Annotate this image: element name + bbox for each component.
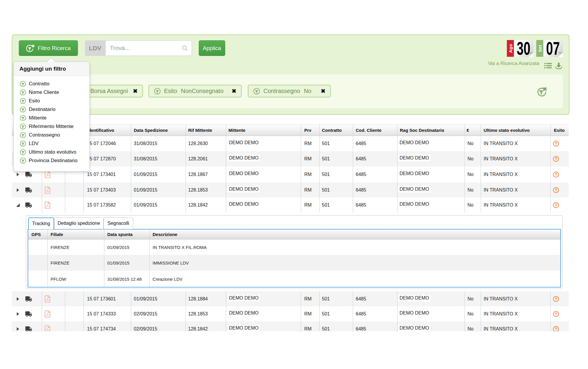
svg-text:✖: ✖ bbox=[543, 87, 547, 92]
